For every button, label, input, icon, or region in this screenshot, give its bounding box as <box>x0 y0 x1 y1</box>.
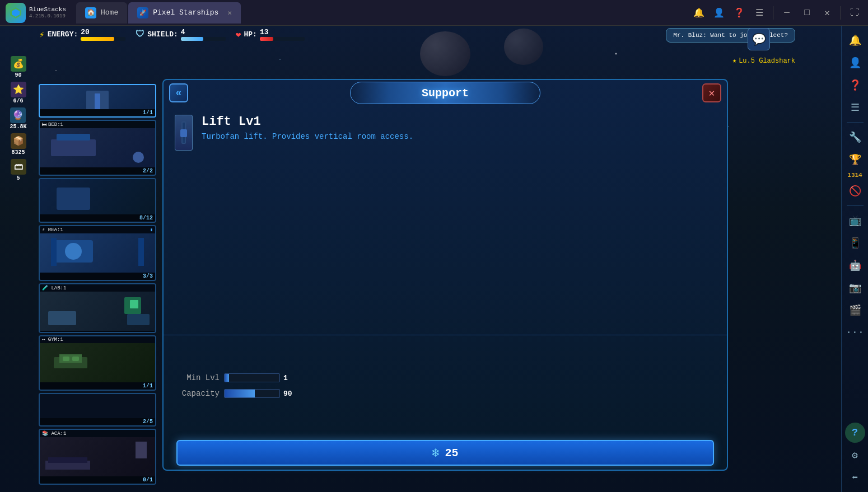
sidebar-help-btn[interactable]: ❓ <box>845 75 865 95</box>
room-item-lab[interactable]: 🧪 LAB:1 <box>39 283 156 333</box>
sidebar-profile-btn[interactable]: 👤 <box>845 53 865 73</box>
tab-game-label: Pixel Starships <box>153 8 218 17</box>
tab-list: 🏠 Home 🚀 Pixel Starships ✕ <box>76 0 241 25</box>
tab-home[interactable]: 🏠 Home <box>76 2 127 24</box>
slot2-pixel <box>57 188 90 210</box>
room-item-gym[interactable]: ↔ GYM:1 1/1 <box>39 335 156 391</box>
close-btn[interactable]: ✕ <box>818 4 836 22</box>
minerals-value: 8325 <box>11 149 25 156</box>
lift-shaft <box>95 93 100 109</box>
tab-home-label: Home <box>101 8 118 17</box>
gas-value: 25.8K <box>10 124 26 130</box>
bs-name: BlueStacks 4.215.0.1019 <box>29 6 66 20</box>
slot2-count: 8/12 <box>40 214 155 222</box>
reactor-glow <box>65 243 82 260</box>
account-btn[interactable]: 👤 <box>710 4 728 22</box>
lab-machine <box>127 314 150 325</box>
sidebar-tv-btn[interactable]: 📺 <box>845 210 865 231</box>
sidebar-menu-btn[interactable]: ☰ <box>845 97 865 118</box>
help-btn[interactable]: ❓ <box>730 4 748 22</box>
sidebar-back-btn[interactable]: ⬅ <box>845 467 865 488</box>
room-item-reactor[interactable]: ⚡ REA:1 ▮ 3/3 <box>39 225 156 281</box>
purchase-button[interactable]: ❄ 25 <box>176 440 714 466</box>
academy-board <box>136 442 147 458</box>
stars-value: 6/6 <box>13 98 23 104</box>
minerals-resource: 📦 8325 <box>11 133 26 156</box>
chat-button[interactable]: 💬 <box>748 28 770 50</box>
sidebar-wrench-btn[interactable]: 🔧 <box>845 127 865 147</box>
boxes-resource: 🗃 5 <box>11 159 26 181</box>
gym-equipment <box>59 354 82 363</box>
room-item-lift[interactable]: 1/1 <box>39 84 156 118</box>
lab-screen-glow <box>130 300 138 308</box>
sidebar-settings-btn[interactable]: ⚙️ <box>845 445 865 465</box>
tab-pixel-starships[interactable]: 🚀 Pixel Starships ✕ <box>128 2 241 24</box>
home-tab-icon: 🏠 <box>85 7 96 18</box>
notification-btn[interactable]: 🔔 <box>690 4 708 22</box>
camera-icon: 📷 <box>849 282 861 294</box>
asteroid-1 <box>420 31 470 76</box>
sidebar-robot-btn[interactable]: 🤖 <box>845 255 865 275</box>
robot-icon: 🤖 <box>849 259 861 271</box>
maximize-btn[interactable]: □ <box>798 4 816 22</box>
lab-label-text: 🧪 LAB:1 <box>42 285 66 291</box>
capacity-fill <box>225 390 255 397</box>
star-icon: ★ <box>732 57 736 65</box>
item-name: Lift Lv1 <box>202 115 413 129</box>
lab-art <box>40 292 155 331</box>
academy-art <box>40 437 155 476</box>
slot3-art <box>40 394 155 418</box>
close-x-icon: ✕ <box>709 87 715 99</box>
energy-fill <box>81 37 114 41</box>
sidebar-question-badge[interactable]: ? <box>845 423 865 443</box>
item-description: Turbofan lift. Provides vertical room ac… <box>202 132 413 141</box>
capacity-value: 90 <box>283 390 292 398</box>
menu-btn[interactable]: ☰ <box>750 4 768 22</box>
sidebar-trophy-btn[interactable]: 🏆 <box>845 149 865 170</box>
room-item-bed[interactable]: 🛏 BED:1 2/2 <box>39 120 156 176</box>
tv-icon: 📺 <box>849 214 861 227</box>
expand-btn[interactable]: ⛶ <box>846 4 864 22</box>
boxes-icon: 🗃 <box>11 159 26 175</box>
min-lv-bar-container: 1 <box>224 373 288 382</box>
item-icon <box>175 115 193 151</box>
dialog-title: Support <box>422 87 469 100</box>
min-lv-bar <box>224 373 280 382</box>
academy-row2 <box>48 457 87 463</box>
room-item-academy[interactable]: 📚 ACA:1 0/1 <box>39 429 156 485</box>
room-item-slot2[interactable]: 8/12 <box>39 178 156 223</box>
gym-count: 1/1 <box>40 382 155 390</box>
hp-fill <box>260 37 273 41</box>
bucks-value: 90 <box>15 72 21 78</box>
fleet-notif-text: Mr. Bluz: Want to join a fleet? <box>673 32 788 39</box>
back-arrow-icon: « <box>176 87 182 99</box>
gym-label: ↔ GYM:1 <box>40 336 155 343</box>
energy-icon: ⚡ <box>39 29 45 40</box>
video-icon: 🎬 <box>849 304 861 316</box>
reactor-pipe-l <box>51 238 57 266</box>
gas-resource: 🔮 25.8K <box>10 107 26 130</box>
sidebar-phone-btn[interactable]: 📱 <box>845 233 865 253</box>
sidebar-block-btn[interactable]: 🚫 <box>845 181 865 201</box>
dialog-back-button[interactable]: « <box>169 83 188 102</box>
sidebar-dots-btn[interactable]: ··· <box>845 322 865 343</box>
sidebar-camera-btn[interactable]: 📷 <box>845 278 865 298</box>
slot2-art <box>40 179 155 214</box>
room-item-slot3[interactable]: 2/5 <box>39 393 156 427</box>
titlebar: BlueStacks 4.215.0.1019 🏠 Home 🚀 Pixel S… <box>0 0 868 26</box>
back-chevron-icon: ⬅ <box>852 471 858 484</box>
gym-label-text: ↔ GYM:1 <box>42 337 63 343</box>
sidebar-notification-btn[interactable]: 🔔 <box>845 30 865 50</box>
minimize-btn[interactable]: ─ <box>778 4 796 22</box>
dialog-close-button[interactable]: ✕ <box>702 83 721 102</box>
sidebar-video-btn[interactable]: 🎬 <box>845 300 865 320</box>
dialog-stats-area: Min Lvl 1 Capacity 90 <box>164 335 727 436</box>
tab-close-icon[interactable]: ✕ <box>227 8 232 17</box>
dialog-title-bg: Support <box>350 82 540 104</box>
resources-panel: 💰 90 ⭐ 6/6 🔮 25.8K 📦 8325 🗃 5 <box>0 54 36 490</box>
bed-room-art <box>40 128 155 167</box>
lift-room-art <box>40 85 155 109</box>
item-info: Lift Lv1 Turbofan lift. Provides vertica… <box>202 115 413 141</box>
bed-count: 2/2 <box>40 167 155 175</box>
bluestacks-logo: BlueStacks 4.215.0.1019 <box>0 3 72 23</box>
